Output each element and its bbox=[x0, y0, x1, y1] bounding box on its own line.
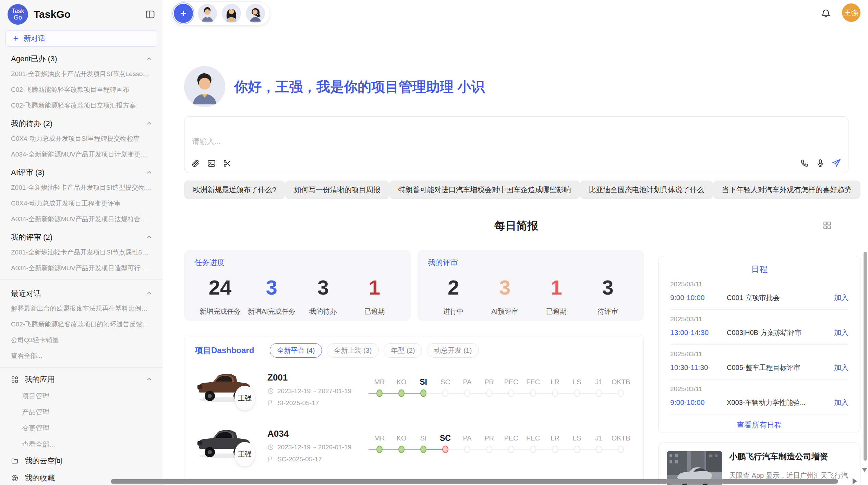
horizontal-scrollbar-thumb[interactable] bbox=[111, 479, 838, 484]
milestone-dot-current bbox=[420, 389, 426, 397]
section-my-review[interactable]: 我的评审 (2) bbox=[0, 227, 163, 245]
project-dashboard-card: 项目Dashboard 全新平台 (4) 全新上装 (3) 年型 (2) 动总开… bbox=[184, 335, 644, 485]
sidebar: Task Go TaskGo 新对话 Agent已办 (3) Z001-全新燃油… bbox=[0, 0, 163, 485]
list-item[interactable]: 解释最新出台的欧盟报废车法规再生塑料比例被调至15%... bbox=[0, 301, 163, 316]
milestone-dot-done bbox=[376, 446, 383, 453]
stat-my-todo: 3 我的待办 bbox=[297, 277, 349, 316]
clock-icon bbox=[267, 444, 274, 450]
project-car-image: 王强 bbox=[195, 367, 260, 412]
event-date: 2025/03/11 bbox=[670, 350, 848, 358]
add-agent-button[interactable] bbox=[174, 4, 193, 23]
image-upload-icon[interactable] bbox=[207, 159, 216, 168]
attachment-icon[interactable] bbox=[191, 159, 200, 168]
chat-input[interactable] bbox=[191, 137, 741, 146]
list-item[interactable]: Z001-全新燃油皮卡产品开发项目SI节点Lesson Learn报告 bbox=[0, 66, 163, 82]
milestone-dot bbox=[442, 389, 448, 397]
section-agent-done[interactable]: Agent已办 (3) bbox=[0, 49, 163, 66]
plus-icon bbox=[179, 9, 188, 18]
scissors-icon[interactable] bbox=[223, 159, 232, 168]
tab-new-body[interactable]: 全新上装 (3) bbox=[327, 343, 379, 358]
divider bbox=[0, 367, 163, 368]
join-link[interactable]: 加入 bbox=[834, 328, 848, 337]
agent-avatar-1[interactable] bbox=[198, 4, 217, 23]
section-recent-chats[interactable]: 最近对话 bbox=[0, 283, 163, 301]
star-icon bbox=[11, 474, 19, 482]
section-my-todo[interactable]: 我的待办 (2) bbox=[0, 113, 163, 131]
user-avatar[interactable]: 王强 bbox=[842, 3, 860, 22]
sidebar-item-cloud-space[interactable]: 我的云空间 bbox=[0, 452, 163, 470]
suggestion-chip[interactable]: 特朗普可能对进口汽车增税会对中国车企造成哪些影响 bbox=[389, 181, 580, 199]
chat-composer bbox=[184, 116, 848, 173]
microphone-icon[interactable] bbox=[816, 159, 825, 167]
suggestion-chip[interactable]: 欧洲新规最近颁布了什么? bbox=[184, 181, 285, 199]
project-owner-badge: 王强 bbox=[234, 442, 255, 467]
list-item[interactable]: Z001-全新燃油轻卡产品开发项目SI造型提交物评审 bbox=[0, 180, 163, 196]
layout-grid-icon[interactable] bbox=[822, 221, 832, 230]
send-icon[interactable] bbox=[832, 158, 841, 168]
join-link[interactable]: 加入 bbox=[834, 398, 848, 407]
suggestion-chip[interactable]: 如何写一份清晰的项目周报 bbox=[285, 181, 389, 199]
suggestion-chip[interactable]: 当下年轻人对汽车外观有怎样的喜好趋势 bbox=[713, 181, 860, 199]
project-owner-badge: 王强 bbox=[234, 386, 255, 410]
project-code: A034 bbox=[267, 428, 369, 439]
milestone-track: MR KO SI SC PA PR PEC FEC LR LS J1 bbox=[369, 377, 633, 397]
join-link[interactable]: 加入 bbox=[834, 363, 848, 372]
section-title: 我的待办 (2) bbox=[11, 119, 52, 129]
sidebar-item-project-mgmt[interactable]: 项目管理 bbox=[0, 388, 163, 404]
list-item[interactable]: Z001-全新燃油轻卡产品开发项目SI节点属性5D文件评审 bbox=[0, 245, 163, 260]
new-chat-button[interactable]: 新对话 bbox=[5, 30, 157, 47]
list-item[interactable]: C0X4-动力总成开发项目SI里程碑提交物检查 bbox=[0, 131, 163, 147]
view-all-chats[interactable]: 查看全部... bbox=[0, 348, 163, 364]
scroll-right-arrow-icon[interactable] bbox=[853, 478, 857, 484]
chevron-up-icon bbox=[146, 376, 153, 383]
project-row-a034[interactable]: 王强 A034 2023-12-19 ~ 2026-01-19 bbox=[195, 421, 633, 470]
milestone-dot-done bbox=[398, 389, 405, 397]
milestone-dot bbox=[574, 446, 580, 453]
right-column: 日程 2025/03/11 9:00-10:00 C001-立项审批会 加入 2… bbox=[658, 250, 860, 485]
plus-icon bbox=[12, 35, 20, 42]
vertical-scrollbar-thumb[interactable] bbox=[864, 252, 867, 461]
collapse-sidebar-icon[interactable] bbox=[145, 9, 155, 20]
milestone-dot bbox=[486, 389, 492, 397]
list-item[interactable]: A034-全新新能源MUV产品开发项目计划变更表编写 bbox=[0, 147, 163, 162]
chevron-up-icon bbox=[146, 120, 153, 127]
join-link[interactable]: 加入 bbox=[834, 293, 848, 302]
event-date: 2025/03/11 bbox=[670, 385, 848, 393]
notification-bell-icon[interactable] bbox=[821, 8, 831, 18]
agent-avatar-2[interactable] bbox=[222, 4, 241, 23]
project-flag-milestone: SI-2025-05-17 bbox=[267, 399, 369, 407]
stats-row: 任务进度 24 新增完成任务 3 新增AI完成任务 bbox=[184, 250, 644, 321]
dashboard-tabs: 全新平台 (4) 全新上装 (3) 年型 (2) 动总开发 (1) bbox=[270, 343, 479, 358]
scroll-down-arrow-icon[interactable] bbox=[862, 468, 867, 472]
sidebar-item-product-mgmt[interactable]: 产品管理 bbox=[0, 404, 163, 420]
event-time: 9:00-10:00 bbox=[670, 294, 727, 302]
list-item[interactable]: C02-飞腾新能源轻客改款项目立项汇报方案 bbox=[0, 98, 163, 113]
milestone-dot bbox=[508, 446, 514, 453]
view-all-schedule-link[interactable]: 查看所有日程 bbox=[670, 420, 848, 430]
list-item[interactable]: 公司Q3轻卡销量 bbox=[0, 332, 163, 348]
milestone-dot bbox=[618, 446, 624, 453]
agent-avatar-3[interactable] bbox=[246, 4, 265, 23]
schedule-event: 2025/03/11 13:00-14:30 C003|H0B-方案冻结评审 加… bbox=[670, 310, 848, 345]
sidebar-item-my-apps[interactable]: 我的应用 bbox=[0, 371, 163, 388]
list-item[interactable]: C0X4-动力总成开发项目工程变更评审 bbox=[0, 196, 163, 211]
news-card[interactable]: 小鹏飞行汽车制造公司增资 天眼查 App 显示，近日广州汇天飞行汽 bbox=[658, 443, 860, 485]
list-item[interactable]: C02-飞腾新能源轻客改款项目的闭环通告反馈情况 bbox=[0, 316, 163, 332]
list-item[interactable]: A034-全新新能源MUV产品开发项目造型可行性评审 bbox=[0, 260, 163, 276]
phone-icon[interactable] bbox=[800, 159, 809, 167]
tab-new-platform[interactable]: 全新平台 (4) bbox=[270, 343, 322, 358]
list-item[interactable]: A034-全新新能源MUV产品开发项目法规符合性评审 bbox=[0, 211, 163, 227]
project-row-z001[interactable]: 王强 Z001 2023-12-19 ~ 2027-01-19 bbox=[195, 365, 633, 414]
view-all-apps[interactable]: 查看全部... bbox=[0, 436, 163, 452]
milestone-dot bbox=[552, 446, 558, 453]
daily-brief-header: 每日简报 bbox=[184, 219, 848, 233]
tab-powertrain[interactable]: 动总开发 (1) bbox=[427, 343, 479, 358]
list-item[interactable]: C02-飞腾新能源轻客改款项目里程碑画布 bbox=[0, 82, 163, 98]
sidebar-item-change-mgmt[interactable]: 变更管理 bbox=[0, 420, 163, 436]
section-title: 最近对话 bbox=[11, 288, 41, 299]
suggestion-chip[interactable]: 比亚迪全固态电池计划具体说了什么 bbox=[580, 181, 713, 199]
section-ai-review[interactable]: AI评审 (3) bbox=[0, 162, 163, 180]
event-time: 13:00-14:30 bbox=[670, 328, 727, 337]
milestone-dot bbox=[552, 389, 558, 397]
tab-year-model[interactable]: 年型 (2) bbox=[384, 343, 422, 358]
